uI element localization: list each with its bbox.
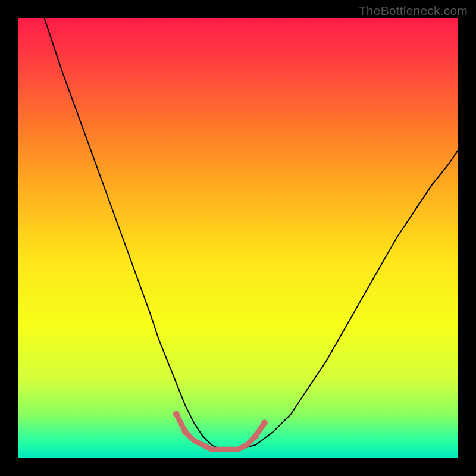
bottleneck-curve bbox=[44, 18, 458, 449]
highlight-dot bbox=[173, 411, 180, 418]
watermark-text: TheBottleneck.com bbox=[359, 4, 468, 18]
highlight-dot bbox=[252, 433, 259, 440]
optimal-zone-highlight bbox=[176, 414, 264, 449]
curve-layer bbox=[18, 18, 458, 458]
plot-area bbox=[18, 18, 458, 458]
highlight-dot bbox=[182, 428, 189, 435]
highlight-dot bbox=[261, 419, 268, 426]
chart-frame: TheBottleneck.com bbox=[0, 0, 476, 476]
